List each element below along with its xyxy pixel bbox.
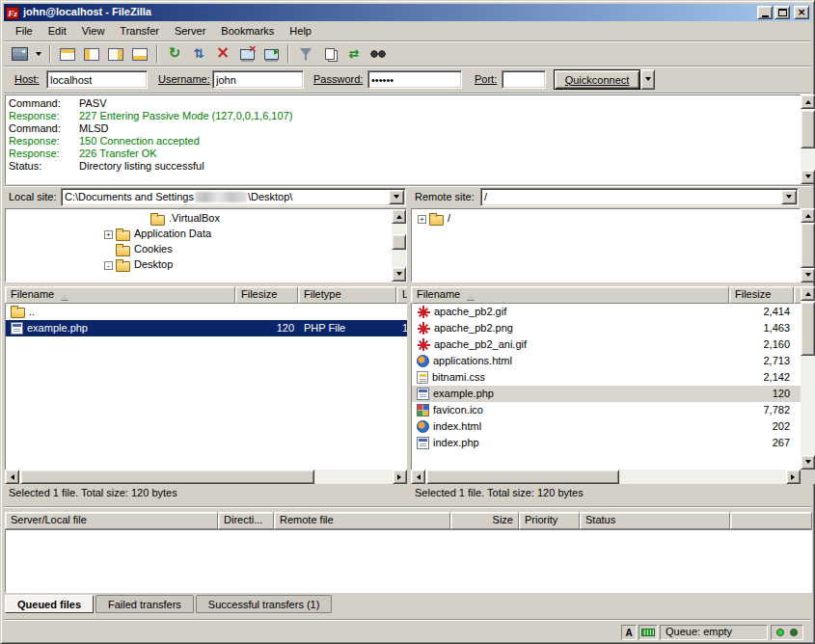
tab-failed-transfers[interactable]: Failed transfers [95,595,194,613]
tree-item[interactable]: - Desktop [6,257,406,273]
scrollbar-thumb[interactable] [392,234,406,250]
arrow-down-icon [805,174,811,181]
host-input[interactable] [46,70,148,89]
menu-view[interactable]: View [74,23,113,40]
column-header-direction[interactable]: Directi... [218,512,274,529]
reconnect-button[interactable] [259,43,283,65]
file-row[interactable]: applications.html 2,713 [412,353,801,369]
remote-site-dropdown-button[interactable] [781,190,797,204]
column-header-filesize[interactable]: Filesize [235,286,298,304]
tab-successful-transfers[interactable]: Successful transfers (1) [196,595,333,613]
scrollbar-thumb[interactable] [20,470,314,484]
scrollbar-thumb[interactable] [801,223,815,268]
scroll-down-button[interactable] [801,268,815,282]
sync-browsing-button[interactable] [342,43,366,65]
local-list-hscrollbar[interactable] [5,470,407,484]
file-row[interactable]: example.php 120 PHP File 1 [6,320,407,336]
scroll-up-button[interactable] [801,94,815,109]
scroll-left-button[interactable] [411,470,425,484]
column-header-filename[interactable]: Filename [411,286,729,304]
scroll-down-button[interactable] [392,267,406,282]
column-header-remote-file[interactable]: Remote file [274,512,450,529]
column-header-filesize[interactable]: Filesize [729,286,794,304]
tree-item[interactable]: .VirtualBox [6,211,406,227]
local-site-dropdown-button[interactable] [389,190,404,204]
scroll-down-button[interactable] [801,455,815,470]
speed-limit-icon[interactable] [638,625,658,640]
column-header-server-local-file[interactable]: Server/Local file [5,512,218,529]
scrollbar-thumb[interactable] [801,110,815,148]
cancel-button[interactable] [211,43,234,65]
remote-tree-scrollbar[interactable] [801,208,815,282]
titlebar[interactable]: Fz john@localhost - FileZilla × [4,4,811,21]
minimize-button[interactable] [757,6,773,19]
menu-transfer[interactable]: Transfer [112,23,167,40]
column-header-last-modified[interactable]: L [396,286,407,304]
file-row[interactable]: apache_pb2_ani.gif 2,160 [412,336,801,353]
scroll-up-button[interactable] [392,209,406,224]
menu-server[interactable]: Server [167,23,213,40]
tab-queued-files[interactable]: Queued files [5,595,94,613]
column-header-status[interactable]: Status [580,512,730,529]
refresh-button[interactable] [163,43,186,65]
tree-expander-icon[interactable]: + [104,230,113,239]
file-row[interactable]: index.php 267 [412,435,801,451]
file-row[interactable]: example.php 120 [412,386,801,402]
toggle-queue-button[interactable] [128,43,151,65]
local-site-combo[interactable]: C:\Documents and Settings\Desktop\ [61,188,406,206]
scroll-right-button[interactable] [393,470,407,484]
scroll-up-button[interactable] [801,208,815,223]
column-header-filetype[interactable]: Filetype [298,286,396,304]
file-row[interactable]: apache_pb2.png 1,463 [412,320,801,336]
menu-help[interactable]: Help [282,23,319,40]
file-row[interactable]: favicon.ico 7,782 [412,402,801,418]
column-header-size[interactable]: Size [450,512,519,529]
remote-site-combo[interactable]: / [480,188,799,206]
menu-file[interactable]: File [8,23,41,40]
scroll-up-button[interactable] [801,286,815,301]
log-prefix: Response: [9,110,79,122]
scrollbar-thumb[interactable] [426,470,619,484]
column-header-priority[interactable]: Priority [519,512,580,529]
site-manager-dropdown-button[interactable] [32,43,44,65]
maximize-button[interactable] [774,6,790,19]
local-tree-scrollbar[interactable] [392,209,406,282]
tree-item[interactable]: Cookies [6,242,406,257]
folder-icon [429,215,444,226]
scroll-right-button[interactable] [786,470,801,484]
process-queue-button[interactable] [187,43,210,65]
password-input[interactable] [367,70,462,89]
file-row[interactable]: bitnami.css 2,142 [412,369,801,386]
remote-list-scrollbar[interactable] [801,286,815,470]
close-button[interactable]: × [794,6,809,19]
file-row[interactable]: index.html 202 [412,418,801,435]
scroll-left-button[interactable] [5,470,19,484]
queue-list[interactable] [5,529,812,593]
menu-bookmarks[interactable]: Bookmarks [213,23,282,40]
file-row[interactable]: .. [6,304,407,320]
tree-item[interactable]: + / [412,211,800,227]
filter-button[interactable] [294,43,317,65]
quickconnect-button[interactable]: Quickconnect [554,69,640,90]
toggle-local-tree-button[interactable] [80,43,103,65]
find-files-button[interactable] [367,43,390,65]
compare-button[interactable] [318,43,341,65]
log-scrollbar[interactable] [801,94,815,184]
username-input[interactable] [212,70,304,89]
tree-item[interactable]: + Application Data [6,227,406,242]
column-header-filename[interactable]: Filename [5,286,235,304]
disconnect-button[interactable] [235,43,258,65]
site-manager-button[interactable] [8,43,31,65]
scroll-down-button[interactable] [801,170,815,184]
window-title: john@localhost - FileZilla [23,6,755,18]
menu-edit[interactable]: Edit [41,23,74,40]
remote-list-hscrollbar[interactable] [411,470,801,484]
file-row[interactable]: apache_pb2.gif 2,414 [412,304,801,320]
tree-expander-icon[interactable]: - [104,261,113,270]
port-input[interactable] [502,70,546,89]
quickconnect-dropdown-button[interactable] [640,69,655,90]
scrollbar-thumb[interactable] [801,302,815,356]
toggle-log-button[interactable] [56,43,79,65]
tree-expander-icon[interactable]: + [418,215,426,224]
toggle-remote-tree-button[interactable] [104,43,127,65]
